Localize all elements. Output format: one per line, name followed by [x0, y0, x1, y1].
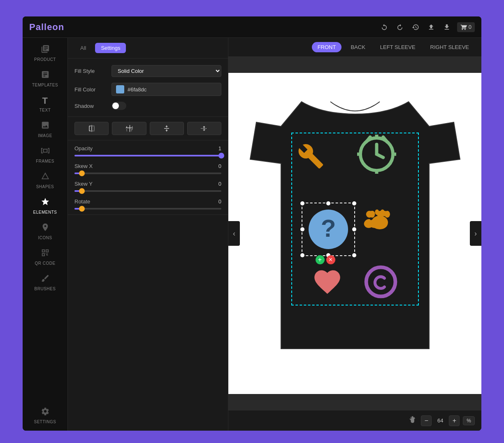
tshirt-canvas[interactable]: ? + ×: [228, 73, 481, 394]
fill-color-swatch[interactable]: #6fa8dc: [111, 83, 221, 96]
transform-buttons: [68, 117, 228, 140]
left-sidebar: PRODUCT TEMPLATES T TEXT IMAGE: [23, 38, 68, 431]
tab-settings[interactable]: Settings: [95, 43, 126, 53]
sidebar-item-qrcode-label: QR CODE: [35, 261, 55, 266]
align-horizontal-button[interactable]: [150, 122, 184, 135]
undo-button[interactable]: [379, 22, 390, 33]
view-back-button[interactable]: BACK: [345, 42, 371, 52]
sidebar-item-brushes[interactable]: BRUSHES: [27, 270, 64, 294]
canvas-nav-left-button[interactable]: ‹: [228, 221, 240, 246]
sidebar-item-templates[interactable]: TEMPLATES: [27, 67, 64, 91]
skew-x-thumb[interactable]: [79, 170, 85, 176]
color-hex-value: #6fa8dc: [128, 86, 146, 93]
tab-all[interactable]: All: [74, 43, 92, 53]
sidebar-item-icons[interactable]: ICONS: [27, 219, 64, 243]
icon-clock[interactable]: [357, 135, 396, 180]
flip-horizontal-button[interactable]: [74, 122, 109, 135]
svg-point-7: [369, 211, 375, 218]
sidebar-item-elements[interactable]: ELEMENTS: [27, 194, 64, 218]
rotate-header: Rotate 0: [74, 198, 221, 205]
sidebar-item-image[interactable]: IMAGE: [27, 117, 64, 141]
svg-point-9: [380, 210, 384, 215]
skew-y-header: Skew Y 0: [74, 181, 221, 187]
opacity-label: Opacity: [74, 145, 93, 152]
opacity-track[interactable]: [74, 155, 221, 156]
icons-icon: [41, 223, 50, 234]
brushes-icon: [41, 274, 50, 285]
sidebar-item-settings[interactable]: SETTINGS: [27, 403, 64, 427]
skew-y-value: 0: [213, 181, 221, 187]
elements-icon: [41, 197, 50, 208]
fill-style-label: Fill Style: [74, 68, 111, 74]
opacity-thumb[interactable]: [218, 153, 224, 159]
skew-x-track[interactable]: [74, 173, 221, 174]
cart-count: 0: [469, 24, 471, 30]
download-button[interactable]: [441, 22, 452, 33]
app-window: Palleon 0: [23, 16, 481, 431]
redo-button[interactable]: [395, 22, 405, 33]
svg-point-11: [366, 267, 395, 296]
icon-heart[interactable]: [312, 266, 343, 299]
sidebar-item-shapes[interactable]: SHAPES: [27, 168, 64, 192]
svg-text:?: ?: [321, 215, 336, 242]
align-vertical-button[interactable]: [187, 122, 221, 135]
icon-wrench[interactable]: [297, 143, 324, 175]
fill-style-select[interactable]: Solid Color: [111, 65, 221, 77]
image-icon: [41, 121, 50, 132]
hand-tool-button[interactable]: [406, 414, 418, 427]
add-element-button[interactable]: +: [316, 255, 325, 264]
zoom-minus-button[interactable]: −: [421, 415, 432, 426]
sidebar-item-brushes-label: BRUSHES: [35, 287, 56, 291]
product-icon: [41, 44, 50, 56]
toggle-thumb: [112, 103, 119, 109]
view-front-button[interactable]: FRONT: [312, 42, 342, 52]
shapes-icon: [41, 172, 50, 183]
flip-vertical-button[interactable]: [112, 122, 146, 135]
icon-paw[interactable]: [363, 205, 396, 239]
rotate-thumb[interactable]: [79, 206, 85, 212]
header: Palleon 0: [23, 16, 481, 38]
sidebar-item-frames-label: FRAMES: [36, 159, 54, 163]
remove-element-button[interactable]: ×: [326, 255, 335, 264]
element-action-buttons: + ×: [316, 255, 335, 264]
sidebar-item-templates-label: TEMPLATES: [32, 83, 58, 87]
sidebar-item-qrcode[interactable]: QR CODE: [27, 245, 64, 269]
tshirt-wrapper: ? + ×: [248, 93, 462, 373]
sidebar-item-text-label: TEXT: [39, 108, 51, 112]
shadow-label: Shadow: [74, 103, 111, 109]
bottom-toolbar: − 64 + %: [228, 410, 481, 431]
icon-question-selected[interactable]: ?: [302, 203, 355, 256]
rotate-track[interactable]: [74, 208, 221, 210]
svg-point-8: [375, 210, 379, 215]
sidebar-item-frames[interactable]: FRAMES: [27, 143, 64, 167]
upload-button[interactable]: [426, 22, 437, 33]
view-left-sleeve-button[interactable]: LEFT SLEEVE: [374, 42, 421, 52]
icon-copyright[interactable]: [363, 264, 398, 301]
sidebar-item-text[interactable]: T TEXT: [27, 92, 64, 116]
cart-badge[interactable]: 0: [457, 22, 475, 32]
slider-section: Opacity 1 Skew X 0: [68, 140, 228, 215]
skew-y-track[interactable]: [74, 190, 221, 192]
skew-y-thumb[interactable]: [79, 188, 85, 194]
main-layout: PRODUCT TEMPLATES T TEXT IMAGE: [23, 38, 481, 431]
fill-color-label: Fill Color: [74, 86, 111, 93]
templates-icon: [41, 70, 50, 81]
header-actions: 0: [379, 22, 475, 33]
skew-x-row: Skew X 0: [74, 163, 221, 174]
skew-x-header: Skew X 0: [74, 163, 221, 169]
sidebar-item-elements-label: ELEMENTS: [33, 210, 57, 215]
sidebar-item-product[interactable]: PRODUCT: [27, 41, 64, 65]
fill-style-row: Fill Style Solid Color: [74, 65, 221, 77]
canvas-content[interactable]: ‹: [228, 57, 481, 410]
properties-panel: All Settings Fill Style Solid Color Fill…: [68, 38, 228, 431]
text-icon: T: [42, 96, 48, 106]
history-button[interactable]: [410, 22, 421, 33]
canvas-nav-right-button[interactable]: ›: [470, 221, 481, 246]
zoom-plus-button[interactable]: +: [449, 415, 460, 426]
fill-color-row: Fill Color #6fa8dc: [74, 83, 221, 96]
sidebar-item-image-label: IMAGE: [38, 133, 52, 138]
view-right-sleeve-button[interactable]: RIGHT SLEEVE: [425, 42, 475, 52]
shadow-toggle[interactable]: [111, 102, 126, 110]
fill-section: Fill Style Solid Color Fill Color #6fa8d…: [68, 58, 228, 117]
sidebar-item-settings-label: SETTINGS: [34, 420, 56, 424]
